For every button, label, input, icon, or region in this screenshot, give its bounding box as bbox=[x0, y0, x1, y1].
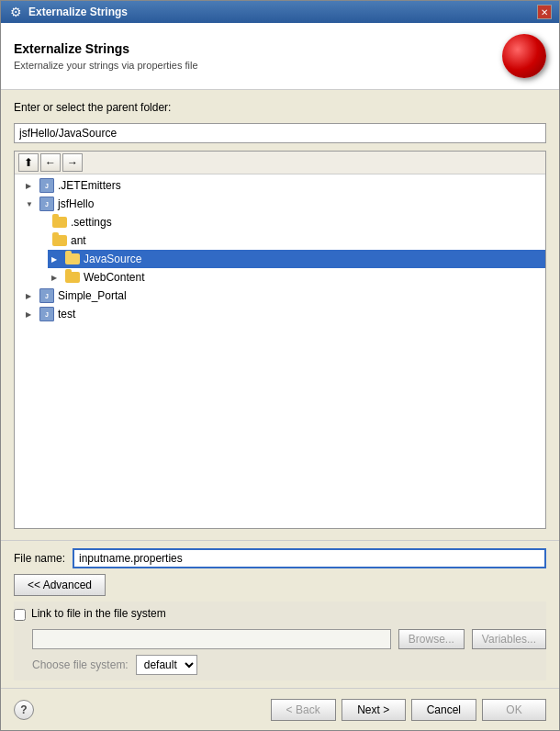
title-bar-text: Externalize Strings bbox=[28, 6, 128, 18]
footer-left: ? bbox=[14, 700, 34, 720]
tree-item-test[interactable]: ▶ J test bbox=[22, 305, 545, 323]
project-icon: J bbox=[39, 178, 55, 193]
header-text: Externalize Strings Externalize your str… bbox=[14, 41, 198, 71]
folder-open-icon bbox=[64, 252, 81, 266]
title-bar: ⚙ Externalize Strings ✕ bbox=[1, 1, 559, 23]
file-name-input[interactable] bbox=[73, 548, 546, 568]
folder-path-input[interactable] bbox=[14, 123, 546, 143]
filesystem-label: Choose file system: bbox=[32, 658, 129, 671]
filesystem-row: Choose file system: default bbox=[32, 655, 546, 675]
link-fields: Browse... Variables... bbox=[32, 629, 546, 649]
item-label: JavaSource bbox=[84, 253, 141, 265]
ok-button[interactable]: OK bbox=[482, 699, 546, 721]
project-icon: J bbox=[39, 197, 55, 211]
item-label: Simple_Portal bbox=[58, 289, 127, 302]
checkbox-label: Link to file in the file system bbox=[31, 607, 166, 620]
forward-button[interactable]: → bbox=[62, 153, 83, 172]
advanced-button[interactable]: << Advanced bbox=[14, 574, 106, 596]
cancel-button[interactable]: Cancel bbox=[411, 699, 476, 721]
up-button[interactable]: ⬆ bbox=[18, 153, 39, 172]
ruby-icon bbox=[502, 34, 546, 78]
filesystem-select[interactable]: default bbox=[136, 655, 197, 675]
folder-icon bbox=[51, 233, 68, 248]
main-window: ⚙ Externalize Strings ✕ Externalize Stri… bbox=[0, 0, 560, 731]
expand-arrow: ▶ bbox=[51, 255, 64, 264]
tree-item-javasource[interactable]: ▶ JavaSource bbox=[48, 250, 545, 268]
tree-item-simple-portal[interactable]: ▶ J Simple_Portal bbox=[22, 287, 545, 305]
header-title: Externalize Strings bbox=[14, 41, 198, 56]
project-icon: J bbox=[39, 307, 55, 321]
link-checkbox[interactable] bbox=[14, 609, 26, 621]
expand-arrow: ▶ bbox=[26, 292, 39, 300]
tree-item-jetemitters[interactable]: ▶ J .JETEmitters bbox=[22, 176, 545, 195]
tree-item-settings[interactable]: .settings bbox=[35, 213, 545, 231]
item-label: WebContent bbox=[84, 271, 145, 284]
project-icon: J bbox=[39, 288, 55, 303]
footer-buttons: < Back Next > Cancel OK bbox=[271, 699, 546, 721]
next-button[interactable]: Next > bbox=[342, 699, 406, 721]
file-name-row: File name: bbox=[14, 548, 546, 568]
content-area: Enter or select the parent folder: ⬆ ← →… bbox=[1, 90, 559, 540]
link-path-input[interactable] bbox=[32, 629, 391, 649]
item-label: test bbox=[58, 308, 75, 321]
close-button[interactable]: ✕ bbox=[537, 5, 552, 19]
back-button[interactable]: ← bbox=[40, 153, 61, 172]
checkbox-row: Link to file in the file system bbox=[14, 607, 546, 622]
folder-icon bbox=[51, 215, 68, 230]
item-label: jsfHello bbox=[58, 197, 94, 210]
tree-item-jsfhello[interactable]: ▼ J jsfHello bbox=[22, 195, 545, 213]
tree-item-ant[interactable]: ant bbox=[35, 231, 545, 250]
variables-button[interactable]: Variables... bbox=[472, 629, 546, 649]
item-label: .settings bbox=[71, 216, 112, 229]
bottom-section: File name: << Advanced Link to file in t… bbox=[1, 540, 559, 688]
expand-arrow: ▶ bbox=[26, 182, 39, 190]
help-button[interactable]: ? bbox=[14, 700, 34, 720]
tree-container: ⬆ ← → ▶ J .JETEmitters ▼ J jsfHello bbox=[14, 151, 546, 529]
item-label: ant bbox=[71, 234, 86, 247]
browse-button[interactable]: Browse... bbox=[398, 629, 465, 649]
folder-label: Enter or select the parent folder: bbox=[14, 101, 546, 114]
footer: ? < Back Next > Cancel OK bbox=[1, 688, 559, 730]
header-description: Externalize your strings via properties … bbox=[14, 60, 198, 71]
file-name-label: File name: bbox=[14, 552, 65, 565]
folder-icon bbox=[64, 270, 81, 285]
title-bar-left: ⚙ Externalize Strings bbox=[8, 5, 128, 19]
back-button[interactable]: < Back bbox=[271, 699, 336, 721]
expand-arrow: ▶ bbox=[51, 274, 64, 282]
tree-toolbar: ⬆ ← → bbox=[15, 152, 545, 174]
expand-arrow: ▶ bbox=[26, 310, 39, 319]
header-section: Externalize Strings Externalize your str… bbox=[1, 23, 559, 90]
advanced-section: Link to file in the file system Browse..… bbox=[14, 602, 546, 680]
item-label: .JETEmitters bbox=[58, 179, 121, 192]
expand-arrow: ▼ bbox=[26, 200, 39, 208]
tree-item-webcontent[interactable]: ▶ WebContent bbox=[48, 268, 545, 287]
gear-icon: ⚙ bbox=[8, 5, 23, 19]
tree-content: ▶ J .JETEmitters ▼ J jsfHello .settings bbox=[15, 174, 545, 528]
